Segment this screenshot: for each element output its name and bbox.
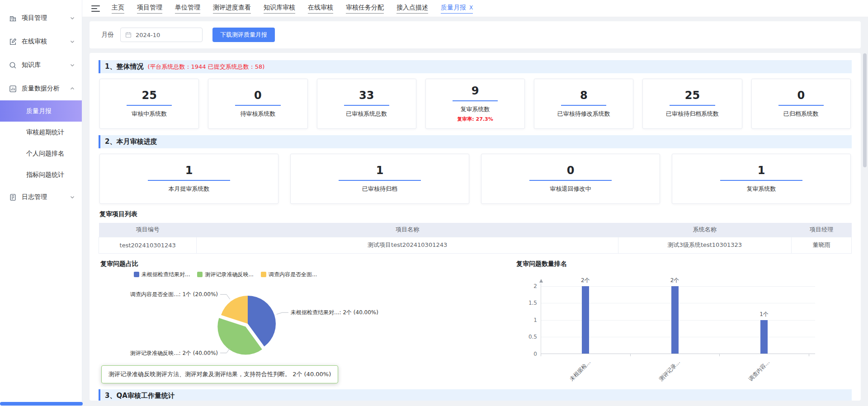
tab-unit-management[interactable]: 单位管理	[175, 4, 200, 14]
tab-online-review[interactable]: 在线审核	[308, 4, 333, 14]
stat-card-awaiting-fix: 8 已审核待修改系统数	[534, 79, 633, 129]
sidebar-item-project-management[interactable]: 项目管理	[0, 6, 82, 30]
col-project-manager: 项目经理	[791, 223, 851, 237]
stat-value: 9	[472, 85, 479, 97]
pie-slice-label: 测评记录准确反映...: 2个 (40.00%)	[130, 349, 218, 356]
projects-icon	[9, 14, 17, 22]
chevron-down-icon	[70, 16, 75, 20]
chevron-up-icon	[70, 86, 75, 91]
monthly-stats-row: 1 本月提审系统数 1 已审核待归档 0 审核退回修改中 1 复	[99, 154, 851, 204]
stat-underline	[720, 180, 802, 181]
pie-label-line	[220, 294, 230, 299]
y-axis-tick-label: 0.5	[524, 334, 537, 340]
table-header-row: 项目编号 项目名称 系统名称 项目经理	[99, 223, 852, 237]
main-column: 主页 项目管理 单位管理 测评进度查看 知识库审核 在线审核 审核任务分配 接入…	[82, 0, 868, 406]
charts-row: 复审问题占比 未根据检查结果对... 测评记录准确反映... 调查内容是否	[99, 259, 852, 387]
tab-progress-view[interactable]: 测评进度查看	[213, 4, 251, 14]
bar-2[interactable]	[760, 320, 768, 354]
sidebar-item-quality-monthly-report[interactable]: 质量月报	[0, 100, 82, 122]
sidebar-item-label: 在线审核	[22, 38, 47, 46]
stat-label: 复审系统数	[460, 105, 490, 113]
cell-project-manager: 董晓雨	[791, 237, 851, 253]
calendar-icon	[125, 32, 132, 38]
overall-stats-row: 25 审核中系统数 0 待审核系统数 33 已审核系统总数	[99, 79, 851, 129]
legend-item-0[interactable]: 未根据检查结果对...	[134, 271, 190, 279]
pie-legend: 未根据检查结果对... 测评记录准确反映... 调查内容是否全面...	[134, 271, 514, 279]
vertical-scrollbar[interactable]	[863, 53, 867, 167]
stat-label: 已归档系统数	[783, 110, 819, 118]
sidebar-item-quality-analysis[interactable]: 质量数据分析	[0, 77, 82, 100]
section-qa-header: 3、QA审核工作量统计	[99, 389, 852, 401]
col-system-name: 系统名称	[618, 223, 791, 237]
sidebar-item-knowledge-base[interactable]: 知识库	[0, 53, 82, 77]
tab-task-assignment[interactable]: 审核任务分配	[346, 4, 384, 14]
tab-home[interactable]: 主页	[112, 4, 124, 14]
stat-label: 已审核待归档	[362, 185, 397, 193]
x-axis-tick	[809, 354, 809, 356]
submenu-item-label: 指标问题统计	[26, 171, 64, 178]
knowledge-base-icon	[9, 61, 17, 69]
collapse-menu-icon[interactable]	[91, 5, 100, 12]
month-input[interactable]	[136, 32, 198, 38]
stat-card-month-awaiting-archive: 1 已审核待归档	[290, 154, 469, 204]
stat-underline	[670, 105, 715, 106]
section-title: 2、本月审核进度	[105, 137, 157, 146]
pie-slice-label: 调查内容是否全面...: 1个 (20.00%)	[130, 291, 218, 297]
section-title: 1、整体情况	[105, 62, 143, 71]
section-monthly-header: 2、本月审核进度	[99, 135, 852, 148]
pie-chart-panel: 复审问题占比 未根据检查结果对... 测评记录准确反映... 调查内容是否	[99, 259, 514, 387]
stat-card-month-re-review: 1 复审系统数	[672, 154, 851, 204]
online-review-icon	[9, 38, 17, 46]
pie-slice-label: 未根据检查结果对...: 2个 (40.00%)	[291, 309, 378, 316]
chevron-down-icon	[70, 63, 75, 67]
stat-label: 本月提审系统数	[169, 185, 210, 193]
tab-quality-monthly-report-active[interactable]: 质量月报X	[441, 4, 473, 14]
stat-underline	[127, 105, 172, 106]
section-subtitle: (平台系统总数：1944 已提交系统总数：58)	[147, 63, 264, 71]
x-axis-tick	[719, 354, 720, 356]
table-row: test202410301243 测试项目test202410301243 测试…	[99, 237, 852, 253]
download-report-button[interactable]: 下载测评质量月报	[212, 28, 275, 42]
stat-value: 0	[567, 165, 575, 176]
report-content: 1、整体情况 (平台系统总数：1944 已提交系统总数：58) 25 审核中系统…	[90, 53, 861, 401]
logs-icon	[9, 194, 17, 201]
bar-1[interactable]	[671, 286, 679, 354]
submenu-item-label: 审核超期统计	[26, 128, 64, 136]
horizontal-scrollbar[interactable]	[0, 402, 83, 406]
stat-value: 1	[758, 165, 765, 176]
cell-system-name: 测试3级系统test10301323	[618, 237, 791, 253]
sidebar-item-personal-issue-ranking[interactable]: 个人问题排名	[0, 143, 82, 164]
pie-slice[interactable]	[221, 296, 248, 324]
stat-value: 8	[580, 90, 588, 101]
tab-access-point[interactable]: 接入点描述	[396, 4, 428, 14]
tab-knowledge-review[interactable]: 知识库审核	[264, 4, 295, 14]
bar-value-label: 2个	[670, 277, 679, 284]
month-picker[interactable]	[120, 28, 203, 42]
legend-item-1[interactable]: 测评记录准确反映...	[197, 271, 253, 279]
close-tab-icon[interactable]: X	[469, 5, 473, 11]
bar-0[interactable]	[582, 286, 589, 354]
sidebar-item-online-review[interactable]: 在线审核	[0, 30, 82, 53]
y-axis-tick-label: 1	[524, 317, 537, 323]
cell-project-name: 测试项目test202410301243	[197, 237, 618, 253]
stat-underline	[561, 105, 606, 106]
stat-label: 待审核系统数	[240, 110, 275, 118]
bar-value-label: 1个	[760, 311, 769, 318]
open-tabs: 主页 项目管理 单位管理 测评进度查看 知识库审核 在线审核 审核任务分配 接入…	[112, 4, 473, 14]
tab-bar: 主页 项目管理 单位管理 测评进度查看 知识库审核 在线审核 审核任务分配 接入…	[82, 0, 868, 17]
submenu-item-label: 质量月报	[26, 107, 52, 114]
bar-chart-panel: 复审问题数量排名 00.511.522个未根据检...2个测评记录...1个调查…	[514, 259, 852, 387]
legend-label: 测评记录准确反映...	[205, 271, 253, 279]
tab-project-management[interactable]: 项目管理	[137, 4, 162, 14]
sidebar: 项目管理 在线审核 知识库	[0, 0, 82, 406]
sidebar-item-review-overdue-stats[interactable]: 审核超期统计	[0, 122, 82, 143]
review-table-title: 复审项目列表	[99, 210, 851, 218]
stat-underline	[235, 105, 280, 106]
stat-card-month-returned: 0 审核退回修改中	[481, 154, 660, 204]
sidebar-item-log-management[interactable]: 日志管理	[0, 185, 82, 209]
stat-card-re-review: 9 复审系统数 复审率: 27.3%	[425, 79, 525, 129]
legend-item-2[interactable]: 调查内容是否全面...	[261, 271, 317, 279]
month-label: 月份	[101, 31, 114, 39]
sidebar-item-indicator-issue-stats[interactable]: 指标问题统计	[0, 164, 82, 185]
stat-card-reviewing: 25 审核中系统数	[99, 79, 199, 129]
